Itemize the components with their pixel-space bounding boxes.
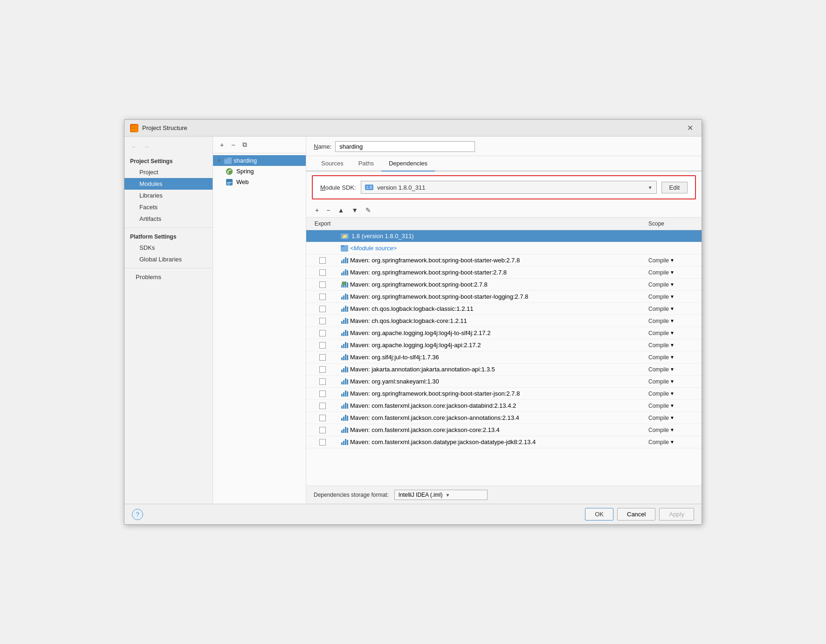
sidebar-item-facets[interactable]: Facets bbox=[124, 201, 213, 213]
sidebar-item-sdks[interactable]: SDKs bbox=[124, 242, 213, 253]
col-scope: Compile▼ bbox=[646, 390, 702, 398]
export-checkbox[interactable] bbox=[319, 294, 326, 300]
dep-row[interactable]: Maven: ch.qos.logback:logback-core:1.2.1… bbox=[306, 315, 702, 327]
export-checkbox[interactable] bbox=[319, 427, 326, 433]
tab-dependencies[interactable]: Dependencies bbox=[381, 156, 435, 171]
scope-arrow-icon[interactable]: ▼ bbox=[670, 318, 675, 323]
scope-arrow-icon[interactable]: ▼ bbox=[670, 355, 675, 360]
dep-row[interactable]: Maven: com.fasterxml.jackson.datatype:ja… bbox=[306, 436, 702, 448]
dep-row[interactable]: Maven: org.apache.logging.log4j:log4j-to… bbox=[306, 327, 702, 339]
dep-row[interactable]: Maven: org.slf4j:jul-to-slf4j:1.7.36Comp… bbox=[306, 351, 702, 363]
tab-paths[interactable]: Paths bbox=[351, 156, 381, 171]
dep-name-label: Maven: org.springframework.boot:spring-b… bbox=[350, 257, 520, 264]
tree-copy-button[interactable]: ⧉ bbox=[239, 139, 250, 150]
scope-arrow-icon[interactable]: ▼ bbox=[670, 258, 675, 263]
scope-arrow-icon[interactable]: ▼ bbox=[670, 282, 675, 287]
dep-row[interactable]: Maven: org.yaml:snakeyaml:1.30Compile▼ bbox=[306, 376, 702, 388]
export-checkbox[interactable] bbox=[319, 403, 326, 409]
scope-arrow-icon[interactable]: ▼ bbox=[670, 379, 675, 384]
tree-remove-button[interactable]: − bbox=[228, 139, 238, 150]
sidebar-item-global-libraries[interactable]: Global Libraries bbox=[124, 253, 213, 265]
col-export bbox=[306, 293, 339, 301]
sidebar-item-artifacts[interactable]: Artifacts bbox=[124, 213, 213, 225]
dep-row[interactable]: Maven: ch.qos.logback:logback-classic:1.… bbox=[306, 303, 702, 315]
sidebar-item-modules[interactable]: Modules bbox=[124, 178, 213, 190]
dep-row[interactable]: Maven: org.springframework.boot:spring-b… bbox=[306, 291, 702, 303]
dep-add-button[interactable]: + bbox=[312, 205, 322, 215]
dep-row-sdk[interactable]: 📁 1.8 (version 1.8.0_311) bbox=[306, 230, 702, 242]
scope-arrow-icon[interactable]: ▼ bbox=[670, 367, 675, 372]
scope-value: Compile bbox=[648, 439, 669, 445]
scope-arrow-icon[interactable]: ▼ bbox=[670, 294, 675, 299]
help-button[interactable]: ? bbox=[132, 509, 143, 520]
scope-arrow-icon[interactable]: ▼ bbox=[670, 403, 675, 408]
dep-row[interactable]: Maven: org.springframework.boot:spring-b… bbox=[306, 279, 702, 291]
dep-row[interactable]: Maven: org.apache.logging.log4j:log4j-ap… bbox=[306, 339, 702, 351]
export-checkbox[interactable] bbox=[319, 257, 326, 264]
sidebar-item-problems[interactable]: Problems bbox=[124, 271, 213, 283]
scope-arrow-icon[interactable]: ▼ bbox=[670, 306, 675, 311]
scope-arrow-icon[interactable]: ▼ bbox=[670, 343, 675, 348]
scope-value: Compile bbox=[648, 403, 669, 409]
export-checkbox[interactable] bbox=[319, 439, 326, 445]
export-checkbox[interactable] bbox=[319, 281, 326, 288]
scope-arrow-icon[interactable]: ▼ bbox=[670, 415, 675, 420]
dep-row[interactable]: Maven: org.springframework.boot:spring-b… bbox=[306, 267, 702, 279]
tab-sources[interactable]: Sources bbox=[314, 156, 351, 171]
dep-row[interactable]: Maven: com.fasterxml.jackson.core:jackso… bbox=[306, 424, 702, 436]
tree-item-spring[interactable]: Spring bbox=[213, 166, 306, 177]
dep-remove-button[interactable]: − bbox=[323, 205, 333, 215]
scope-arrow-icon[interactable]: ▼ bbox=[670, 391, 675, 396]
dep-row[interactable]: Maven: org.springframework.boot:spring-b… bbox=[306, 254, 702, 267]
back-button[interactable]: ← bbox=[129, 142, 139, 151]
dep-edit-button[interactable]: ✎ bbox=[362, 205, 374, 215]
export-checkbox[interactable] bbox=[319, 269, 326, 276]
tree-item-sharding-label: sharding bbox=[234, 157, 257, 164]
export-checkbox[interactable] bbox=[319, 366, 326, 373]
col-name: Maven: org.springframework.boot:spring-b… bbox=[339, 292, 646, 301]
col-scope: Compile▼ bbox=[646, 341, 702, 349]
col-export bbox=[306, 281, 339, 289]
export-checkbox[interactable] bbox=[319, 378, 326, 385]
export-checkbox[interactable] bbox=[319, 354, 326, 361]
sidebar-item-project[interactable]: Project bbox=[124, 166, 213, 178]
scope-value: Compile bbox=[648, 366, 669, 373]
col-export bbox=[306, 268, 339, 277]
tree-item-web[interactable]: Web bbox=[213, 177, 306, 187]
dep-up-button[interactable]: ▲ bbox=[334, 205, 347, 215]
export-checkbox[interactable] bbox=[319, 330, 326, 336]
col-scope: Compile▼ bbox=[646, 402, 702, 410]
dep-name-label: Maven: com.fasterxml.jackson.core:jackso… bbox=[350, 402, 516, 409]
tree-add-button[interactable]: + bbox=[217, 139, 227, 150]
col-name: Maven: org.slf4j:jul-to-slf4j:1.7.36 bbox=[339, 353, 646, 362]
dep-row[interactable]: Maven: com.fasterxml.jackson.core:jackso… bbox=[306, 412, 702, 424]
tree-item-sharding[interactable]: ▼ sharding bbox=[213, 155, 306, 166]
export-checkbox[interactable] bbox=[319, 415, 326, 421]
cancel-button[interactable]: Cancel bbox=[617, 508, 655, 521]
scope-arrow-icon[interactable]: ▼ bbox=[670, 439, 675, 445]
ok-button[interactable]: OK bbox=[585, 508, 613, 521]
close-button[interactable]: ✕ bbox=[684, 123, 696, 133]
scope-arrow-icon[interactable]: ▼ bbox=[670, 330, 675, 336]
apply-button[interactable]: Apply bbox=[659, 508, 694, 521]
export-checkbox[interactable] bbox=[319, 318, 326, 324]
storage-dropdown[interactable]: IntelliJ IDEA (.iml) ▼ bbox=[394, 490, 488, 500]
svg-rect-10 bbox=[227, 184, 230, 185]
dep-row-module-source[interactable]: <Module source> bbox=[306, 242, 702, 254]
scope-arrow-icon[interactable]: ▼ bbox=[670, 427, 675, 432]
sidebar-item-libraries[interactable]: Libraries bbox=[124, 190, 213, 201]
export-checkbox[interactable] bbox=[319, 391, 326, 397]
name-input[interactable] bbox=[335, 141, 475, 152]
scope-arrow-icon[interactable]: ▼ bbox=[670, 270, 675, 275]
sdk-edit-button[interactable]: Edit bbox=[661, 182, 688, 193]
col-scope: Compile▼ bbox=[646, 353, 702, 362]
dep-row[interactable]: Maven: jakarta.annotation:jakarta.annota… bbox=[306, 363, 702, 376]
dep-row[interactable]: Maven: com.fasterxml.jackson.core:jackso… bbox=[306, 400, 702, 412]
dep-down-button[interactable]: ▼ bbox=[348, 205, 361, 215]
export-checkbox[interactable] bbox=[319, 306, 326, 312]
sdk-dropdown[interactable]: 1.8 version 1.8.0_311 ▼ bbox=[361, 181, 657, 194]
forward-button[interactable]: → bbox=[141, 142, 151, 151]
export-checkbox[interactable] bbox=[319, 342, 326, 349]
maven-icon bbox=[341, 294, 348, 300]
dep-row[interactable]: Maven: org.springframework.boot:spring-b… bbox=[306, 388, 702, 400]
